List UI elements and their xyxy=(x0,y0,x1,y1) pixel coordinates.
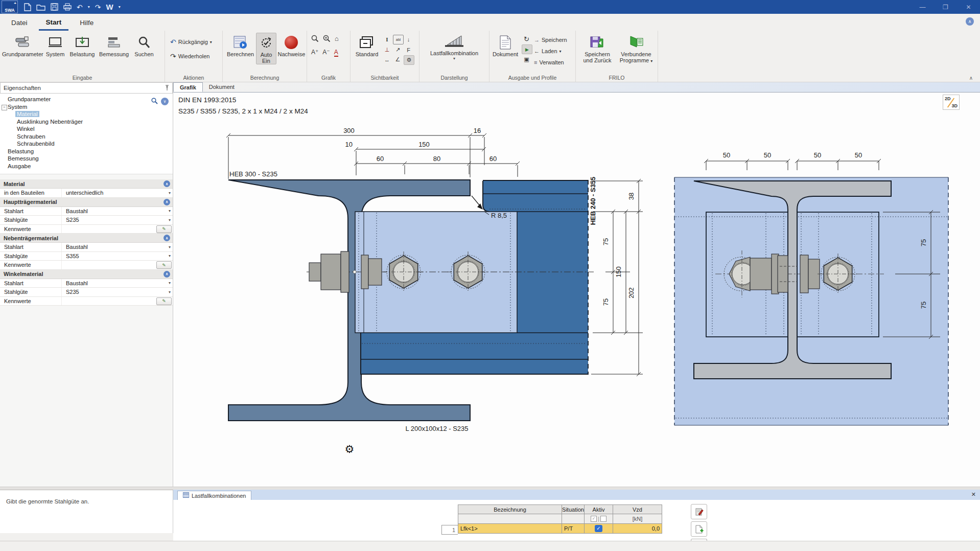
minimize-button[interactable]: — xyxy=(911,4,934,11)
grundparameter-button[interactable]: Grundparameter xyxy=(2,33,43,57)
caret-down-icon[interactable]: ▾ xyxy=(169,281,171,285)
close-button[interactable]: ✕ xyxy=(957,4,980,11)
auto-ein-button[interactable]: Auto Ein xyxy=(256,33,276,64)
neben-stahlguete-select[interactable]: S355▾ xyxy=(61,252,173,261)
profil-laden-button[interactable]: ← Laden ▾ xyxy=(534,46,567,56)
font-color-icon[interactable]: A xyxy=(334,49,338,57)
section-collapse-icon[interactable]: ∧ xyxy=(164,271,170,278)
tree-item-grundparameter[interactable]: Grundparameter xyxy=(0,96,173,103)
font-larger-icon[interactable]: A⁺ xyxy=(311,49,318,57)
section-nebentraegermaterial[interactable]: Nebenträgermaterial∧ xyxy=(0,234,173,243)
toggle-settings-gear-icon[interactable]: ⚙ xyxy=(404,55,414,65)
tab-hilfe[interactable]: Hilfe xyxy=(73,15,101,30)
angle-cleats-front-shape[interactable] xyxy=(674,177,948,425)
verbundene-programme-button[interactable]: Verbundene Programme ▾ xyxy=(617,33,656,63)
caret-down-icon[interactable]: ▾ xyxy=(169,209,171,213)
tree-item-material[interactable]: Material xyxy=(0,110,173,118)
tab-lastfallkombinationen[interactable]: Lastfallkombinationen xyxy=(177,491,251,500)
check-all-icon[interactable]: ✓ xyxy=(591,516,597,522)
section-collapse-icon[interactable]: ∧ xyxy=(164,180,170,187)
font-smaller-icon[interactable]: A⁻ xyxy=(322,49,330,57)
suchen-button[interactable]: Suchen xyxy=(131,33,157,57)
zoom-window-icon[interactable] xyxy=(323,35,331,44)
caret-down-icon[interactable]: ▾ xyxy=(169,245,171,249)
drawing-gear-icon[interactable]: ⚙ xyxy=(345,443,355,455)
row-situation[interactable]: P/T xyxy=(562,524,585,534)
tree-item-ausklinkung[interactable]: Ausklinkung Nebenträger xyxy=(0,118,173,126)
tree-item-bemessung[interactable]: Bemessung xyxy=(0,155,173,163)
toggle-angle-dim-icon[interactable]: ∠ xyxy=(393,55,403,64)
open-file-icon[interactable] xyxy=(36,4,45,11)
section-winkelmaterial[interactable]: Winkelmaterial∧ xyxy=(0,270,173,279)
profile-refresh-icon[interactable]: ↻ xyxy=(522,35,531,43)
aktiv-checkbox[interactable]: ✓ xyxy=(595,525,602,532)
profil-speichern-button[interactable]: → Speichern xyxy=(534,35,567,45)
tab-dokument[interactable]: Dokument xyxy=(203,82,241,92)
profil-verwalten-button[interactable]: ≡ Verwalten xyxy=(534,57,567,67)
section-haupttraegermaterial[interactable]: Hauptträgermaterial∧ xyxy=(0,198,173,207)
row-bezeichnung[interactable]: Lfk<1> xyxy=(458,524,562,534)
tree-item-ausgabe[interactable]: Ausgabe xyxy=(0,163,173,170)
standard-view-button[interactable]: Standard xyxy=(353,33,381,57)
lastfallkombination-dropdown-icon[interactable]: ▾ xyxy=(453,56,455,61)
rueckgaengig-button[interactable]: ↶ Rückgängig ▾ xyxy=(170,37,212,47)
lastfall-row-1[interactable]: Lfk<1> P/T ✓ 0,0 xyxy=(458,524,662,534)
row-vzd[interactable]: 0,0 xyxy=(613,524,662,534)
qat-customize-icon[interactable]: ▾ xyxy=(119,5,121,9)
tree-item-winkel[interactable]: Winkel xyxy=(0,125,173,133)
toggle-bolts-icon[interactable]: ↗ xyxy=(393,45,403,54)
winkel-stahlart-select[interactable]: Baustahl▾ xyxy=(61,279,173,288)
haupt-kennwerte-field[interactable]: ✎ xyxy=(61,225,173,234)
tree-expander-icon[interactable]: − xyxy=(2,105,7,110)
toggle-supports-icon[interactable]: ⊥ xyxy=(382,45,392,54)
bauteile-select[interactable]: unterschiedlich▾ xyxy=(61,189,173,197)
uncheck-all-icon[interactable] xyxy=(600,516,606,522)
toggle-loads-icon[interactable]: ↓ xyxy=(404,35,413,43)
col-situation[interactable]: Situation xyxy=(562,504,585,514)
dokument-button[interactable]: Dokument xyxy=(491,33,520,57)
caret-down-icon[interactable]: ▾ xyxy=(169,290,171,294)
print-icon[interactable] xyxy=(63,3,72,11)
collapse-ribbon-icon[interactable]: ∧ xyxy=(969,75,973,81)
add-row-button[interactable] xyxy=(691,521,707,537)
haupt-stahlart-select[interactable]: Baustahl▾ xyxy=(61,207,173,216)
bemessung-button[interactable]: Bemessung xyxy=(97,33,131,57)
edit-pencil-icon[interactable]: ✎ xyxy=(156,225,172,233)
section-collapse-icon[interactable]: ∧ xyxy=(164,199,170,205)
section-material[interactable]: Material∧ xyxy=(0,179,173,189)
toggle-measures-icon[interactable]: ↔ xyxy=(382,55,392,64)
home-view-icon[interactable]: ⌂ xyxy=(335,35,339,44)
system-button[interactable]: System xyxy=(43,33,67,57)
edit-pencil-icon[interactable]: ✎ xyxy=(156,261,172,269)
caret-down-icon[interactable]: ▾ xyxy=(169,218,171,222)
bottom-panel-close-icon[interactable]: ✕ xyxy=(971,491,976,498)
nachweise-button[interactable]: Nachweise xyxy=(276,33,307,57)
lastfallkombination-icon[interactable] xyxy=(443,33,465,50)
haupt-stahlguete-select[interactable]: S235▾ xyxy=(61,216,173,224)
zoom-icon[interactable] xyxy=(311,35,319,44)
tree-item-system[interactable]: −System xyxy=(0,103,173,111)
redo-icon[interactable]: ↷ xyxy=(95,3,101,11)
winkel-stahlguete-select[interactable]: S235▾ xyxy=(61,288,173,296)
w-button[interactable]: W xyxy=(106,3,113,11)
neben-stahlart-select[interactable]: Baustahl▾ xyxy=(61,243,173,251)
profile-play-icon[interactable]: ▶ xyxy=(522,44,532,54)
style-chevron-icon[interactable]: ∧ xyxy=(966,17,974,26)
col-bezeichnung[interactable]: Bezeichnung xyxy=(458,504,562,514)
toggle-forces-icon[interactable]: F xyxy=(404,45,413,54)
tree-item-belastung[interactable]: Belastung xyxy=(0,148,173,155)
new-file-icon[interactable] xyxy=(24,3,31,11)
save-icon[interactable] xyxy=(51,3,58,11)
pin-icon[interactable] xyxy=(165,85,169,91)
tree-item-schrauben[interactable]: Schrauben xyxy=(0,133,173,141)
belastung-button[interactable]: Belastung xyxy=(67,33,97,57)
winkel-kennwerte-field[interactable]: ✎ xyxy=(61,297,173,306)
toggle-labels-icon[interactable]: abl xyxy=(393,35,404,44)
app-logo[interactable]: SWA + xyxy=(2,1,18,13)
speichern-zurueck-button[interactable]: Speichern und Zurück xyxy=(578,33,617,63)
berechnen-button[interactable]: Berechnen xyxy=(225,33,256,57)
tab-grafik[interactable]: Grafik xyxy=(173,82,203,92)
undo-icon[interactable]: ↶ xyxy=(77,3,83,11)
caret-down-icon[interactable]: ▾ xyxy=(169,254,171,258)
caret-down-icon[interactable]: ▾ xyxy=(169,191,171,195)
